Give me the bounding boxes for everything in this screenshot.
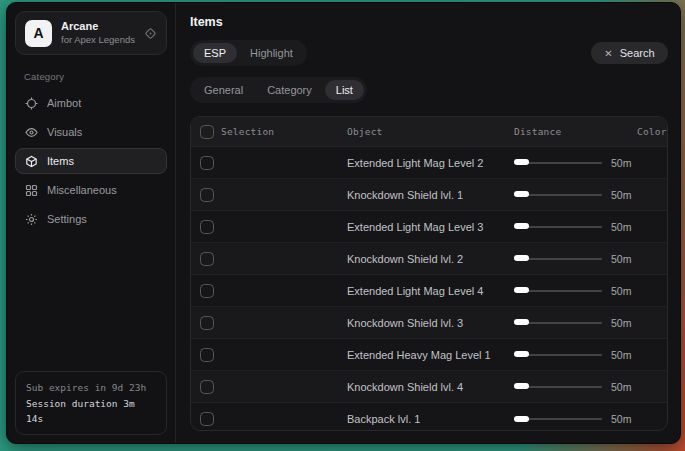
- tab-general[interactable]: General: [193, 80, 254, 100]
- row-distance-slider: 50m: [514, 381, 632, 393]
- sidebar-item-aimbot[interactable]: Aimbot: [15, 90, 167, 116]
- table-row: Knockdown Shield lvl. 3 50m: [191, 307, 667, 339]
- sidebar: A Arcane for Apex Legends Category: [7, 3, 175, 443]
- row-object: Extended Light Mag Level 2: [347, 157, 514, 169]
- page-title: Items: [190, 15, 668, 29]
- row-distance-value: 50m: [611, 189, 631, 201]
- row-object: Extended Heavy Mag Level 1: [347, 349, 514, 361]
- eye-icon: [25, 126, 38, 139]
- row-checkbox[interactable]: [200, 316, 214, 330]
- slider-thumb[interactable]: [514, 319, 529, 325]
- row-object: Knockdown Shield lvl. 2: [347, 253, 514, 265]
- column-header-selection: Selection: [221, 126, 347, 137]
- slider-thumb[interactable]: [514, 383, 529, 389]
- table-row: Knockdown Shield lvl. 4 50m: [191, 371, 667, 403]
- row-checkbox[interactable]: [200, 220, 214, 234]
- row-checkbox[interactable]: [200, 284, 214, 298]
- sidebar-item-label: Items: [47, 155, 74, 167]
- table-row: Knockdown Shield lvl. 1 50m: [191, 179, 667, 211]
- slider-thumb[interactable]: [514, 287, 529, 293]
- app-logo: A: [25, 20, 52, 47]
- slider-track[interactable]: [514, 386, 602, 388]
- column-header-distance: Distance: [514, 126, 632, 137]
- sub-expires-text: Sub expires in 9d 23h: [26, 380, 156, 395]
- row-checkbox[interactable]: [200, 380, 214, 394]
- sidebar-item-visuals[interactable]: Visuals: [15, 119, 167, 145]
- row-object: Knockdown Shield lvl. 4: [347, 381, 514, 393]
- session-duration-text: Session duration 3m 14s: [26, 396, 156, 426]
- table-row: Extended Light Mag Level 2 50m: [191, 147, 667, 179]
- slider-track[interactable]: [514, 258, 602, 260]
- column-header-color: Color: [632, 126, 667, 137]
- slider-track[interactable]: [514, 290, 602, 292]
- row-checkbox[interactable]: [200, 252, 214, 266]
- slider-thumb[interactable]: [514, 351, 529, 357]
- row-distance-value: 50m: [611, 413, 631, 425]
- row-distance-slider: 50m: [514, 253, 632, 265]
- sidebar-item-items[interactable]: Items: [15, 148, 167, 174]
- search-button[interactable]: ✕ Search: [591, 42, 667, 64]
- slider-thumb[interactable]: [514, 223, 529, 229]
- tab-category[interactable]: Category: [256, 80, 323, 100]
- sidebar-item-miscellaneous[interactable]: Miscellaneous: [15, 177, 167, 203]
- row-distance-value: 50m: [611, 317, 631, 329]
- slider-track[interactable]: [514, 322, 602, 324]
- row-distance-slider: 50m: [514, 413, 632, 425]
- diamond-badge-icon[interactable]: [144, 27, 157, 40]
- row-distance-value: 50m: [611, 381, 631, 393]
- app-subtitle: for Apex Legends: [61, 34, 135, 46]
- sidebar-item-label: Settings: [47, 213, 87, 225]
- sidebar-item-label: Visuals: [47, 126, 82, 138]
- row-object: Extended Light Mag Level 4: [347, 285, 514, 297]
- tab-esp[interactable]: ESP: [193, 43, 237, 63]
- row-distance-slider: 50m: [514, 285, 632, 297]
- table-header-row: Selection Object Distance Color: [191, 117, 667, 147]
- row-checkbox[interactable]: [200, 348, 214, 362]
- row-distance-value: 50m: [611, 221, 631, 233]
- gear-icon: [25, 213, 38, 226]
- sidebar-item-label: Aimbot: [47, 97, 81, 109]
- tab-highlight[interactable]: Highlight: [239, 43, 304, 63]
- row-object: Knockdown Shield lvl. 1: [347, 189, 514, 201]
- items-table: Selection Object Distance Color Extended…: [190, 116, 668, 431]
- row-checkbox[interactable]: [200, 412, 214, 426]
- sidebar-item-settings[interactable]: Settings: [15, 206, 167, 232]
- row-object: Extended Light Mag Level 3: [347, 221, 514, 233]
- main-panel: Items ESP Highlight ✕ Search General Cat…: [175, 3, 681, 443]
- box-icon: [25, 155, 38, 168]
- row-object: Backpack lvl. 1: [347, 413, 514, 425]
- crosshair-icon: [25, 97, 38, 110]
- slider-thumb[interactable]: [514, 416, 529, 422]
- row-checkbox[interactable]: [200, 188, 214, 202]
- slider-track[interactable]: [514, 354, 602, 356]
- table-row: Knockdown Shield lvl. 2 50m: [191, 243, 667, 275]
- slider-track[interactable]: [514, 226, 602, 228]
- app-window: A Arcane for Apex Legends Category: [6, 2, 681, 444]
- slider-track[interactable]: [514, 194, 602, 196]
- subscription-info-card: Sub expires in 9d 23h Session duration 3…: [15, 371, 167, 435]
- slider-track[interactable]: [514, 418, 602, 420]
- row-checkbox[interactable]: [200, 156, 214, 170]
- row-distance-slider: 50m: [514, 317, 632, 329]
- table-row: Extended Heavy Mag Level 1 50m: [191, 339, 667, 371]
- table-row: Extended Light Mag Level 3 50m: [191, 211, 667, 243]
- slider-thumb[interactable]: [514, 159, 529, 165]
- app-header-card: A Arcane for Apex Legends: [15, 11, 167, 55]
- select-all-checkbox[interactable]: [200, 125, 214, 139]
- row-distance-slider: 50m: [514, 221, 632, 233]
- view-tabs: General Category List: [190, 77, 367, 103]
- mode-tabs: ESP Highlight: [190, 40, 307, 66]
- column-header-object: Object: [347, 126, 514, 137]
- row-object: Knockdown Shield lvl. 3: [347, 317, 514, 329]
- row-distance-value: 50m: [611, 285, 631, 297]
- row-distance-slider: 50m: [514, 349, 632, 361]
- grid-icon: [25, 184, 38, 197]
- slider-thumb[interactable]: [514, 191, 529, 197]
- sidebar-item-label: Miscellaneous: [47, 184, 117, 196]
- search-shortcut-icon: ✕: [604, 48, 612, 59]
- row-distance-slider: 50m: [514, 157, 632, 169]
- row-distance-value: 50m: [611, 157, 631, 169]
- slider-thumb[interactable]: [514, 255, 529, 261]
- slider-track[interactable]: [514, 162, 602, 164]
- tab-list[interactable]: List: [325, 80, 364, 100]
